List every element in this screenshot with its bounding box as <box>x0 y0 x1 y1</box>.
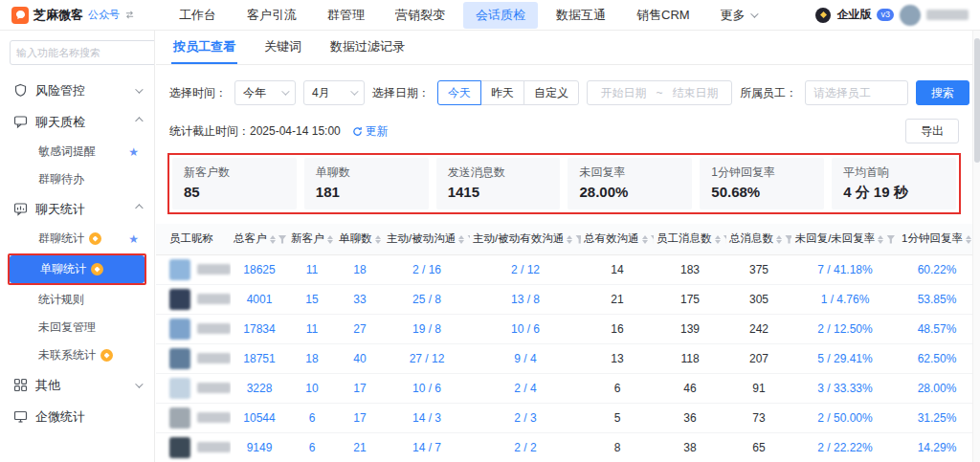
year-select[interactable]: 今年 <box>234 80 296 105</box>
table-cell[interactable]: 1 / 4.76% <box>791 284 899 314</box>
sidebar-item-stats-rules[interactable]: 统计规则 <box>8 286 146 314</box>
table-cell[interactable]: 18751 <box>231 343 288 373</box>
sort-icon[interactable] <box>642 235 648 244</box>
table-cell[interactable]: 2 / 2 <box>470 432 581 462</box>
sort-icon[interactable] <box>966 235 971 244</box>
filter-icon[interactable] <box>278 235 287 244</box>
staff-select[interactable]: 请选择员工 <box>805 80 908 105</box>
table-cell[interactable]: 31.25% <box>899 403 972 432</box>
column-header[interactable]: 总有效沟通 <box>581 224 654 254</box>
nav-data-interchange[interactable]: 数据互通 <box>544 2 618 29</box>
table-cell[interactable]: 2 / 22.22% <box>791 432 899 462</box>
table-cell[interactable]: 17834 <box>231 314 288 343</box>
table-cell[interactable]: 3 / 33.33% <box>791 373 899 403</box>
table-cell[interactable]: 6 <box>288 432 336 462</box>
table-cell[interactable]: 33 <box>336 284 384 314</box>
table-cell[interactable]: 17 <box>336 403 384 432</box>
table-cell[interactable]: 48.57% <box>899 314 972 343</box>
column-header[interactable]: 总客户 <box>231 224 288 254</box>
tab-by-employee[interactable]: 按员工查看 <box>171 31 237 64</box>
table-cell[interactable]: 28.00% <box>899 373 972 403</box>
table-cell[interactable]: 6 <box>288 403 336 432</box>
column-header[interactable]: 员工消息数 <box>654 224 726 254</box>
column-header[interactable]: 未回复/未回复率 <box>791 224 899 254</box>
nav-workbench[interactable]: 工作台 <box>167 2 229 29</box>
sort-icon[interactable] <box>878 235 883 244</box>
table-cell[interactable]: 2 / 16 <box>384 254 470 284</box>
sidebar-item-qiwei-stats[interactable]: 企微统计 <box>8 401 146 432</box>
table-cell[interactable]: 27 <box>336 314 384 343</box>
table-cell[interactable]: 7 / 41.18% <box>791 254 899 284</box>
switch-account-icon[interactable] <box>124 10 135 20</box>
today-button[interactable]: 今天 <box>437 80 481 105</box>
sidebar-item-chat-quality[interactable]: 聊天质检 <box>8 106 146 138</box>
table-cell[interactable]: 2 / 50.00% <box>791 403 899 432</box>
column-header[interactable]: 主动/被动沟通 <box>384 224 470 254</box>
filter-icon[interactable] <box>785 235 791 244</box>
sidebar-item-unreplied-management[interactable]: 未回复管理 <box>8 314 146 341</box>
table-cell[interactable]: 2 / 12.50% <box>791 314 899 343</box>
yesterday-button[interactable]: 昨天 <box>480 80 524 105</box>
account-type-label[interactable]: 公众号 <box>88 8 120 22</box>
tab-keywords[interactable]: 关键词 <box>262 31 303 64</box>
table-cell[interactable]: 5 / 29.41% <box>791 343 899 373</box>
table-cell[interactable]: 17 <box>336 373 384 403</box>
filter-icon[interactable] <box>575 235 581 244</box>
nav-group-management[interactable]: 群管理 <box>315 2 377 29</box>
filter-icon[interactable] <box>724 235 727 244</box>
filter-icon[interactable] <box>467 235 470 244</box>
sidebar-item-risk-control[interactable]: 风险管控 <box>8 75 146 106</box>
filter-icon[interactable] <box>886 235 895 244</box>
table-cell[interactable]: 60.22% <box>899 254 972 284</box>
sort-icon[interactable] <box>715 235 721 244</box>
tab-data-filter-records[interactable]: 数据过滤记录 <box>328 31 407 64</box>
sidebar-item-chat-stats[interactable]: 聊天统计 <box>8 193 146 225</box>
nav-sales-crm[interactable]: 销售CRM <box>624 2 702 29</box>
table-cell[interactable]: 19 / 8 <box>384 314 470 343</box>
table-cell[interactable]: 14.29% <box>899 432 972 462</box>
nav-more[interactable]: 更多 <box>708 2 768 29</box>
nav-customer-acquisition[interactable]: 客户引流 <box>234 2 309 29</box>
filter-icon[interactable] <box>336 235 337 244</box>
nav-marketing-fission[interactable]: 营销裂变 <box>383 2 457 29</box>
table-cell[interactable]: 4001 <box>231 284 288 314</box>
sidebar-item-other[interactable]: 其他 <box>8 369 146 401</box>
table-cell[interactable]: 62.50% <box>899 343 972 373</box>
table-cell[interactable]: 10 / 6 <box>384 373 470 403</box>
column-header[interactable]: 总消息数 <box>726 224 791 254</box>
sidebar-item-sensitive-words[interactable]: 敏感词提醒 ★ <box>8 138 146 165</box>
table-cell[interactable]: 11 <box>288 314 336 343</box>
sort-icon[interactable] <box>327 235 333 244</box>
table-cell[interactable]: 3228 <box>231 373 288 403</box>
sidebar-item-group-todo[interactable]: 群聊待办 <box>8 165 146 193</box>
table-cell[interactable]: 2 / 12 <box>470 254 581 284</box>
table-cell[interactable]: 18625 <box>231 254 288 284</box>
sort-icon[interactable] <box>567 235 572 244</box>
column-header[interactable]: 主动/被动有效沟通 <box>470 224 581 254</box>
sidebar-item-single-chat-stats[interactable]: 单聊统计 <box>10 255 145 283</box>
table-cell[interactable]: 15 <box>288 284 336 314</box>
table-cell[interactable]: 9149 <box>231 432 288 462</box>
window-scrollbar[interactable] <box>972 31 980 462</box>
table-cell[interactable]: 21 <box>336 432 384 462</box>
filter-icon[interactable] <box>651 235 655 244</box>
column-header[interactable]: 单聊数 <box>336 224 384 254</box>
sidebar-item-group-chat-stats[interactable]: 群聊统计 ★ <box>8 225 146 253</box>
table-cell[interactable]: 2 / 4 <box>470 373 581 403</box>
custom-range-button[interactable]: 自定义 <box>523 80 579 105</box>
table-cell[interactable]: 14 / 7 <box>384 432 470 462</box>
sort-icon[interactable] <box>458 235 464 244</box>
sidebar-search-box[interactable] <box>10 40 155 65</box>
date-range-input[interactable]: 开始日期 ~ 结束日期 <box>587 80 732 105</box>
sort-icon[interactable] <box>375 235 381 244</box>
table-cell[interactable]: 9 / 4 <box>470 343 581 373</box>
month-select[interactable]: 4月 <box>303 80 365 105</box>
filter-icon[interactable] <box>384 235 385 244</box>
refresh-link[interactable]: 更新 <box>352 123 389 140</box>
table-cell[interactable]: 18 <box>288 343 336 373</box>
sort-icon[interactable] <box>776 235 782 244</box>
user-avatar[interactable] <box>900 5 921 26</box>
table-cell[interactable]: 25 / 8 <box>384 284 470 314</box>
table-cell[interactable]: 18 <box>336 254 384 284</box>
table-cell[interactable]: 10544 <box>231 403 288 432</box>
